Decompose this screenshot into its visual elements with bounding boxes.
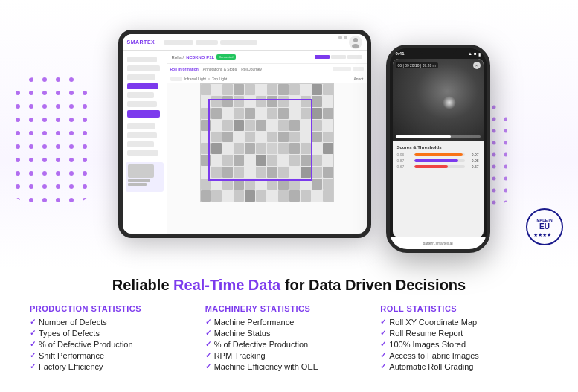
tablet-topbar: SMARTEX xyxy=(123,34,367,51)
score-fill-2 xyxy=(414,159,458,162)
phone-date-overlay: 06 | 09 20/10 | 37.26 m × xyxy=(396,62,481,69)
phone-image-content xyxy=(393,59,484,141)
headline-suffix: for Data Driven Decisions xyxy=(280,277,466,293)
phone-details: Scores & Thresholds 0.96 0.97 0.87 xyxy=(393,141,484,175)
production-stats-list: ✓Number of Defects ✓Types of Defects ✓% … xyxy=(30,318,198,371)
machinery-stats-list: ✓Machine Performance ✓Machine Status ✓% … xyxy=(205,318,373,371)
stat-text: Roll Resume Report xyxy=(389,329,463,338)
check-icon: ✓ xyxy=(205,340,211,348)
score-bar-1 xyxy=(414,153,465,156)
stat-text: Factory Efficiency xyxy=(39,362,103,371)
score-label-3: 0.67 xyxy=(397,164,412,169)
check-icon: ✓ xyxy=(30,329,36,337)
list-item: ✓100% Images Stored xyxy=(380,340,548,349)
machinery-stats-column: MACHINERY STATISTICS ✓Machine Performanc… xyxy=(205,304,373,373)
list-item: ✓% of Defective Production xyxy=(30,340,198,349)
made-in-eu-badge: MADE IN EU ★★★★ xyxy=(526,208,563,245)
list-item: ✓Machine Efficiency with OEE xyxy=(205,362,373,371)
list-item: ✓RPM Tracking xyxy=(205,351,373,360)
stat-text: 100% Images Stored xyxy=(389,340,466,349)
list-item: ✓Factory Efficiency xyxy=(30,362,198,371)
check-icon: ✓ xyxy=(205,351,211,359)
filter-row: Infrared Light Top Light Annot xyxy=(167,74,367,83)
stat-text: % of Defective Production xyxy=(214,340,309,349)
list-item: ✓Roll Resume Report xyxy=(380,329,548,338)
connected-badge: Connected xyxy=(216,54,235,60)
machinery-stats-title: MACHINERY STATISTICS xyxy=(205,304,373,313)
check-icon: ✓ xyxy=(380,329,386,337)
tablet-main: Rolls / NC3KNO P1L Connected Roll In xyxy=(167,51,367,234)
list-item: ✓Number of Defects xyxy=(30,318,198,327)
tablet-header-bar: Rolls / NC3KNO P1L Connected xyxy=(167,51,367,64)
phone-score-title: Scores & Thresholds xyxy=(397,145,479,150)
score-label-1: 0.96 xyxy=(397,152,412,157)
phone-date-text: 06 | 09 20/10 | 37.26 m xyxy=(396,62,438,68)
svg-point-1 xyxy=(11,74,93,208)
phone-fabric-image: 06 | 09 20/10 | 37.26 m × xyxy=(393,59,484,141)
roll-stats-list: ✓Roll XY Coordinate Map ✓Roll Resume Rep… xyxy=(380,318,548,371)
roll-stats-title: ROLL STATISTICS xyxy=(380,304,548,313)
score-bar-2 xyxy=(414,159,465,162)
devices-wrapper: SMARTEX xyxy=(103,15,475,253)
phone-close-button[interactable]: × xyxy=(473,62,481,69)
tablet-layout: Rolls / NC3KNO P1L Connected Roll In xyxy=(123,51,367,234)
annotations-tab: Annotations & Stops xyxy=(203,67,237,71)
eu-stars: ★★★★ xyxy=(533,231,556,237)
tablet-sidebar xyxy=(123,51,167,234)
check-icon: ✓ xyxy=(30,318,36,326)
check-icon: ✓ xyxy=(205,329,211,337)
score-value-1: 0.97 xyxy=(467,152,479,157)
stat-text: % of Defective Production xyxy=(39,340,133,349)
infrared-label: Infrared Light xyxy=(184,77,206,81)
main-headline: Reliable Real-Time Data for Data Driven … xyxy=(30,277,548,294)
score-bar-3 xyxy=(414,165,465,168)
wifi-icon: ▲ xyxy=(468,51,472,57)
stat-text: Machine Efficiency with OEE xyxy=(214,362,318,371)
breadcrumb-parent: Rolls / xyxy=(172,55,184,60)
list-item: ✓Automatic Roll Grading xyxy=(380,362,548,371)
headline-prefix: Reliable xyxy=(112,277,173,293)
svg-point-7 xyxy=(352,44,359,48)
stat-text: Machine Performance xyxy=(214,318,295,327)
signal-icon: ■ xyxy=(474,51,477,57)
list-item: ✓Shift Performance xyxy=(30,351,198,360)
fabric-grid-visualization: 4.50 m 4.00 m 3.50 m 3.00 m 2.50 m 2.00 … xyxy=(200,83,334,202)
stat-text: Access to Fabric Images xyxy=(389,351,478,360)
check-icon: ✓ xyxy=(30,362,36,370)
headline-accent: Real-Time Data xyxy=(173,277,280,293)
check-icon: ✓ xyxy=(205,362,211,370)
tablet-screen: SMARTEX xyxy=(123,34,367,234)
phone-notch xyxy=(420,48,457,54)
check-icon: ✓ xyxy=(30,351,36,359)
roll-journey-tab: Roll Journey xyxy=(241,67,262,71)
hero-section: SMARTEX xyxy=(0,0,578,268)
tablet-device: SMARTEX xyxy=(118,30,371,238)
list-item: ✓Types of Defects xyxy=(30,329,198,338)
stat-text: Roll XY Coordinate Map xyxy=(389,318,477,327)
tablet-logo: SMARTEX xyxy=(127,39,155,45)
bottom-section: Reliable Real-Time Data for Data Driven … xyxy=(0,268,578,381)
stat-text: RPM Tracking xyxy=(214,351,266,360)
breadcrumb-active: NC3KNO P1L xyxy=(186,55,214,60)
stats-grid: PRODUCTION STATISTICS ✓Number of Defects… xyxy=(30,304,548,373)
roll-info-tab: Roll Information xyxy=(170,67,199,71)
list-item: ✓Access to Fabric Images xyxy=(380,351,548,360)
svg-rect-2 xyxy=(11,60,93,223)
list-item: ✓Machine Performance xyxy=(205,318,373,327)
phone-time: 9:41 xyxy=(396,51,405,56)
stat-text: Shift Performance xyxy=(39,351,104,360)
score-row-3: 0.67 0.67 xyxy=(397,164,479,169)
phone-device: 9:41 ▲ ■ ▮ 06 | 09 20/10 | 37.26 m xyxy=(386,45,490,253)
check-icon: ✓ xyxy=(380,340,386,348)
svg-point-6 xyxy=(353,38,358,42)
stat-text: Automatic Roll Grading xyxy=(389,362,473,371)
battery-icon: ▮ xyxy=(478,51,481,57)
score-label-2: 0.87 xyxy=(397,158,412,163)
phone-status-icons: ▲ ■ ▮ xyxy=(468,51,481,57)
made-in-eu-main: EU xyxy=(539,222,550,231)
score-value-2: 0.98 xyxy=(467,158,479,163)
score-fill-3 xyxy=(414,165,449,168)
decorative-dots-left xyxy=(11,60,93,223)
check-icon: ✓ xyxy=(30,340,36,348)
stat-text: Number of Defects xyxy=(39,318,107,327)
